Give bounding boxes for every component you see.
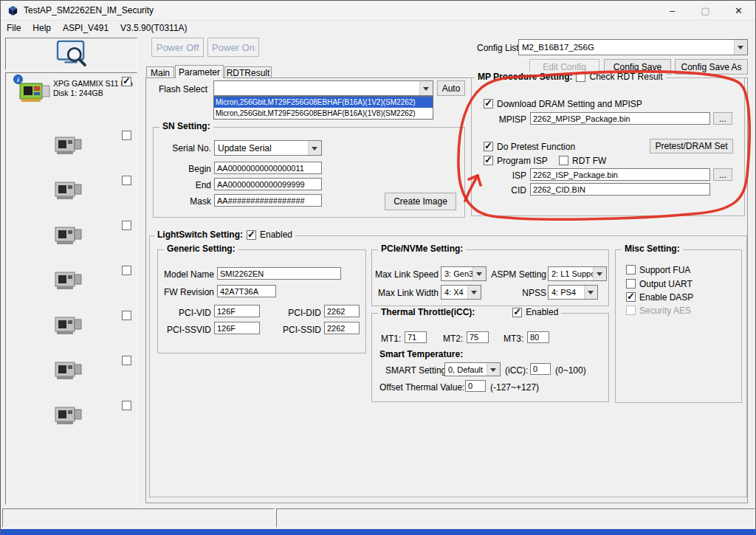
- cid-field[interactable]: 2262_CID.BIN: [530, 183, 710, 196]
- offset-thermal-field[interactable]: 0: [465, 380, 486, 392]
- flash-option[interactable]: Micron,256Gbit,MT29F256G08EBHAF(B16A)(1V…: [214, 97, 433, 108]
- pci-vid-field[interactable]: 126F: [214, 305, 260, 317]
- device-checkbox[interactable]: [122, 221, 131, 230]
- generic-setting-title: Generic Setting:: [167, 244, 236, 254]
- serial-no-combobox[interactable]: Update Serial: [214, 140, 322, 156]
- mt1-label: MT1:: [381, 334, 401, 344]
- device-checkbox[interactable]: [122, 131, 131, 140]
- device-card-gray-icon: [55, 314, 83, 339]
- pci-ssid-field[interactable]: 2262: [324, 322, 360, 334]
- mpisp-field[interactable]: 2262_MPISP_Package.bin: [530, 112, 710, 125]
- create-image-button[interactable]: Create Image: [385, 193, 456, 210]
- info-icon: i: [13, 75, 23, 86]
- model-name-field[interactable]: SMI2262EN: [217, 267, 341, 280]
- lightswitch-enabled-checkbox[interactable]: [247, 230, 256, 240]
- menu-aspi[interactable]: ASPI_V491: [57, 22, 114, 34]
- device-checkbox[interactable]: [122, 176, 131, 185]
- power-off-button[interactable]: Power Off: [151, 38, 204, 57]
- max-link-speed-combobox[interactable]: 3: Gen3: [441, 266, 487, 281]
- menu-file[interactable]: File: [1, 22, 27, 34]
- mt3-field[interactable]: 80: [527, 331, 549, 343]
- mt3-label: MT3:: [504, 334, 523, 344]
- output-uart-checkbox[interactable]: [626, 279, 636, 289]
- title-bar: TestAP_SM2262EN_IM_Security – ▢ ✕: [1, 1, 755, 21]
- pci-ssvid-field[interactable]: 126F: [214, 322, 260, 334]
- sn-setting-group: SN Setting: Serial No. Update Serial Beg…: [153, 127, 465, 218]
- program-isp-label: Program ISP: [497, 156, 548, 166]
- pcie-nvme-group: PCIe/NVMe Setting: Max Link Speed 3: Gen…: [371, 249, 609, 306]
- lightswitch-title: LightSwitch Setting:: [157, 229, 243, 240]
- device-list: i XPG GAMMIX S11 Pro Disk 1: 244GB: [5, 72, 137, 505]
- thermal-enabled-checkbox[interactable]: [512, 308, 522, 317]
- isp-browse-button[interactable]: ...: [713, 168, 732, 181]
- begin-field[interactable]: AA00000000000000011: [214, 162, 322, 174]
- search-devices-icon[interactable]: [55, 39, 89, 69]
- device-checkbox[interactable]: [122, 356, 131, 365]
- device-card-gray-icon: [55, 134, 83, 159]
- device-checkbox[interactable]: [122, 311, 131, 320]
- device-info: Disk 1: 244GB: [53, 89, 103, 97]
- device-checkbox[interactable]: [122, 77, 131, 86]
- program-isp-checkbox[interactable]: [484, 156, 493, 165]
- menu-bar: File Help ASPI_V491 V3.5.90(T0311A): [1, 21, 755, 35]
- mask-label: Mask: [158, 196, 211, 207]
- misc-setting-title: Misc Setting:: [625, 244, 680, 254]
- tab-parameter[interactable]: Parameter: [175, 65, 224, 78]
- pci-did-field[interactable]: 2262: [324, 305, 360, 317]
- device-checkbox[interactable]: [122, 401, 131, 410]
- pretest-dram-set-button[interactable]: Pretest/DRAM Set: [650, 139, 733, 153]
- auto-button[interactable]: Auto: [437, 80, 465, 96]
- aspm-setting-label: ASPM Setting: [489, 269, 546, 280]
- mask-field[interactable]: AA#################: [214, 194, 322, 207]
- aspm-setting-combobox[interactable]: 2: L1 Support: [548, 266, 607, 281]
- minimize-icon[interactable]: –: [656, 1, 689, 21]
- npss-combobox[interactable]: 4: PS4: [548, 285, 598, 300]
- serial-no-label: Serial No.: [158, 143, 211, 153]
- flash-select-combobox[interactable]: [213, 80, 433, 96]
- smart-icc-field[interactable]: 0: [530, 363, 551, 375]
- mt1-field[interactable]: 71: [405, 331, 427, 343]
- max-link-speed-label: Max Link Speed: [374, 269, 439, 280]
- smart-setting-combobox[interactable]: 0, Default: [444, 362, 501, 376]
- max-link-width-combobox[interactable]: 4: X4: [441, 285, 481, 300]
- pci-did-label: PCI-DID: [276, 308, 321, 318]
- begin-label: Begin: [158, 164, 211, 174]
- config-list-combobox[interactable]: M2_B16B17_256G: [518, 39, 748, 55]
- device-name: XPG GAMMIX S11 Pro: [53, 79, 133, 88]
- security-aes-checkbox[interactable]: [626, 306, 636, 315]
- offset-thermal-range: (-127~+127): [490, 382, 539, 393]
- support-fua-checkbox[interactable]: [626, 265, 636, 275]
- device-card-color-icon: [19, 78, 52, 107]
- fw-revision-field[interactable]: 42A7T36A: [217, 285, 276, 297]
- thermal-throttle-group: Thermal Throttle(iCC): Enabled MT1: 71 M…: [371, 313, 609, 402]
- thermal-enabled-label: Enabled: [526, 307, 558, 317]
- power-on-button[interactable]: Power On: [207, 38, 259, 57]
- config-save-as-button[interactable]: Config Save As: [675, 59, 748, 75]
- flash-option[interactable]: Micron,256Gbit,MT29F256G08EBHAF(B16A)(1V…: [214, 108, 433, 119]
- device-slot: [6, 167, 137, 212]
- tab-rdtresult[interactable]: RDTResult: [224, 66, 272, 78]
- tab-main[interactable]: Main: [146, 66, 174, 78]
- device-checkbox[interactable]: [122, 266, 131, 275]
- device-slots: [6, 114, 137, 437]
- smart-setting-label: SMART Setting:: [385, 365, 449, 376]
- window-title: TestAP_SM2262EN_IM_Security: [24, 5, 154, 15]
- device-slot: [6, 302, 137, 347]
- flash-select-label: Flash Select: [159, 84, 207, 94]
- download-dram-label: Download DRAM Setting and MPISP: [497, 99, 642, 109]
- check-rdt-result-checkbox[interactable]: [576, 72, 585, 82]
- isp-field[interactable]: 2262_ISP_Package.bin: [530, 168, 710, 181]
- rdt-fw-checkbox[interactable]: [559, 156, 568, 165]
- do-pretest-checkbox[interactable]: [484, 142, 493, 151]
- mt2-label: MT2:: [443, 334, 463, 344]
- end-field[interactable]: AA00000000000099999: [214, 178, 322, 190]
- sn-setting-title: SN Setting:: [162, 121, 210, 131]
- mpisp-browse-button[interactable]: ...: [713, 112, 732, 125]
- menu-help[interactable]: Help: [27, 22, 57, 34]
- mt2-field[interactable]: 75: [467, 331, 489, 343]
- close-icon[interactable]: ✕: [722, 1, 755, 21]
- device-row[interactable]: i XPG GAMMIX S11 Pro Disk 1: 244GB: [6, 73, 137, 114]
- download-dram-checkbox[interactable]: [484, 99, 493, 108]
- maximize-icon[interactable]: ▢: [689, 1, 722, 21]
- enable-dasp-checkbox[interactable]: [626, 292, 636, 302]
